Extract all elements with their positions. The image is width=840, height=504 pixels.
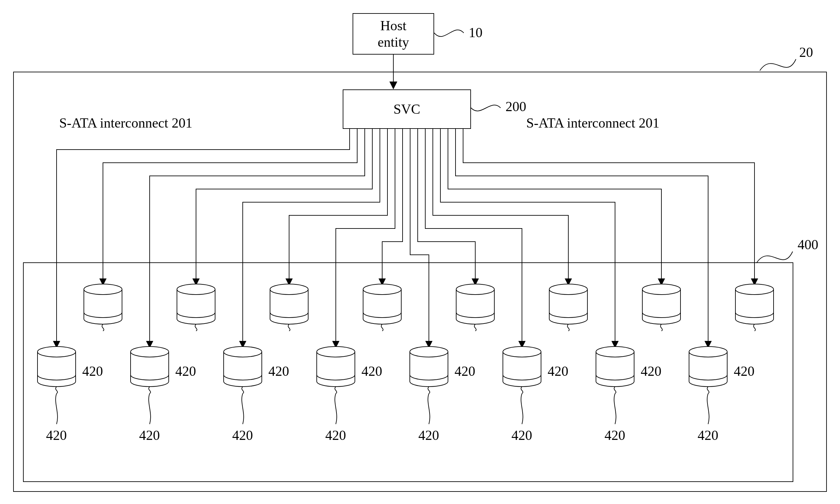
svg-point-10 (363, 284, 401, 294)
ref-lead-400 (756, 245, 796, 268)
ref-lead-10 (434, 27, 467, 47)
disk-front-7 (595, 346, 635, 394)
disk-back-6 (549, 283, 588, 331)
svg-point-46 (689, 346, 727, 357)
disk-front-1-ref: 420 (46, 427, 67, 443)
disk-back-4 (362, 283, 402, 331)
disk-front-8-ref: 420 (698, 427, 718, 443)
disk-back-5 (455, 283, 495, 331)
svg-point-40 (503, 346, 541, 357)
svg-point-25 (37, 346, 76, 357)
arrow-host-to-svc (389, 55, 397, 91)
disk-back-8 (735, 283, 774, 331)
svc-label: SVC (393, 101, 420, 118)
svg-point-22 (735, 284, 773, 294)
svg-point-7 (270, 284, 308, 294)
svg-point-4 (177, 284, 215, 294)
svg-point-28 (130, 346, 169, 357)
disk-back-1-ref: 420 (82, 363, 103, 379)
svg-point-13 (456, 284, 494, 294)
disk-front-4-ref: 420 (325, 427, 346, 443)
ref-num-10: 10 (469, 25, 482, 40)
disk-front-2 (130, 346, 169, 394)
host-entity-label: Host entity (378, 17, 409, 51)
disk-front-6-ref: 420 (512, 427, 532, 443)
disk-back-4-ref: 420 (361, 363, 382, 379)
disk-back-6-ref: 420 (548, 363, 568, 379)
disk-front-5 (409, 346, 449, 394)
disk-front-4 (316, 346, 356, 394)
svg-point-43 (596, 346, 634, 357)
ref-num-400: 400 (798, 237, 818, 252)
ref-num-20: 20 (799, 44, 813, 60)
svg-point-19 (642, 284, 680, 294)
svg-point-31 (224, 346, 262, 357)
disk-back-1 (83, 283, 123, 331)
ref-lead-20 (760, 53, 799, 76)
disk-front-6 (502, 346, 542, 394)
disk-back-7 (642, 283, 681, 331)
host-entity-box: Host entity (353, 13, 434, 55)
svg-point-1 (84, 284, 122, 294)
svg-point-37 (410, 346, 448, 357)
disk-front-5-ref: 420 (418, 427, 439, 443)
disk-front-8 (689, 346, 728, 394)
disk-back-2 (176, 283, 216, 331)
svg-point-34 (317, 346, 355, 357)
disk-front-3-ref: 420 (232, 427, 253, 443)
svg-point-16 (549, 284, 587, 294)
disk-back-5-ref: 420 (454, 363, 475, 379)
disk-front-1 (37, 346, 76, 394)
interconnect-label-right: S-ATA interconnect 201 (526, 115, 659, 131)
svc-box: SVC (343, 89, 471, 129)
disk-back-8-ref: 420 (734, 363, 754, 379)
disk-back-3-ref: 420 (268, 363, 289, 379)
disk-front-2-ref: 420 (139, 427, 160, 443)
ref-num-200: 200 (505, 98, 526, 114)
disk-back-7-ref: 420 (641, 363, 661, 379)
diagram-stage: Host entity SVC S-ATA interconnect 201 S… (0, 0, 840, 504)
disk-front-3 (223, 346, 263, 394)
disk-back-3 (269, 283, 309, 331)
disk-back-2-ref: 420 (175, 363, 196, 379)
interconnect-label-left: S-ATA interconnect 201 (59, 115, 192, 131)
ref-lead-200 (471, 102, 504, 118)
disk-front-7-ref: 420 (605, 427, 625, 443)
